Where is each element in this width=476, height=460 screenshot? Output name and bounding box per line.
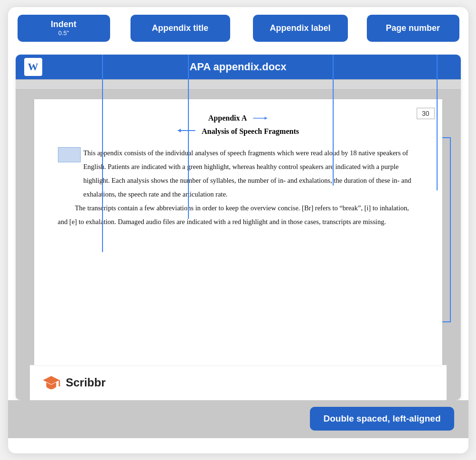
appendix-title-text: Analysis of Speech Fragments xyxy=(202,127,299,136)
paragraph-1: This appendix consists of the individual… xyxy=(58,146,419,201)
word-titlebar: W APA appendix.docx xyxy=(16,55,461,79)
appendix-title-row: Analysis of Speech Fragments xyxy=(58,126,419,138)
bottom-section: Double spaced, left-aligned xyxy=(8,400,468,438)
page-number-vline xyxy=(437,55,438,190)
page-number-display: 30 xyxy=(417,108,435,119)
appendix-label-vline xyxy=(333,55,334,186)
right-bracket xyxy=(442,137,451,322)
appendix-title-label: Appendix title xyxy=(152,23,208,33)
svg-rect-4 xyxy=(58,380,60,385)
paragraph-2: The transcripts contain a few abbreviati… xyxy=(58,201,419,229)
appendix-heading-row: Appendix A xyxy=(58,113,419,123)
appendix-label-arrow xyxy=(252,113,268,123)
doc-page-wrapper: 30 Appendix A xyxy=(16,90,461,400)
indent-block xyxy=(58,147,81,162)
word-filename: APA appendix.docx xyxy=(49,61,428,73)
main-container: Indent 0.5" Appendix title Appendix labe… xyxy=(8,7,468,453)
appendix-title-badge: Appendix title xyxy=(131,15,230,42)
appendix-title-arrow xyxy=(177,126,196,138)
svg-marker-3 xyxy=(178,129,181,132)
svg-marker-1 xyxy=(265,116,267,119)
ruler xyxy=(16,79,461,90)
appendix-label-text: Appendix A xyxy=(208,114,247,122)
scribbr-name: Scribbr xyxy=(66,376,106,389)
word-icon: W xyxy=(24,58,42,76)
appendix-title-vline xyxy=(188,55,189,219)
doc-page: 30 Appendix A xyxy=(34,99,442,365)
page-number-badge: Page number xyxy=(367,15,459,42)
word-document: W APA appendix.docx 30 Appendix A xyxy=(16,55,461,400)
word-w-letter: W xyxy=(28,61,38,73)
double-spaced-badge: Double spaced, left-aligned xyxy=(310,407,454,431)
scribbr-logo-icon xyxy=(41,373,61,393)
appendix-label-label: Appendix label xyxy=(270,23,330,33)
paragraph-1-text: This appendix consists of the individual… xyxy=(84,146,419,201)
indent-label: Indent xyxy=(51,19,76,29)
doc-body: This appendix consists of the individual… xyxy=(58,146,419,229)
indent-vline xyxy=(102,55,103,252)
page-number-label: Page number xyxy=(386,23,440,33)
svg-point-5 xyxy=(58,385,60,386)
appendix-label-badge: Appendix label xyxy=(253,15,348,42)
top-labels-row: Indent 0.5" Appendix title Appendix labe… xyxy=(8,7,468,55)
indent-value: 0.5" xyxy=(26,29,102,37)
scribbr-section: Scribbr xyxy=(30,365,447,400)
indent-badge: Indent 0.5" xyxy=(18,15,110,42)
